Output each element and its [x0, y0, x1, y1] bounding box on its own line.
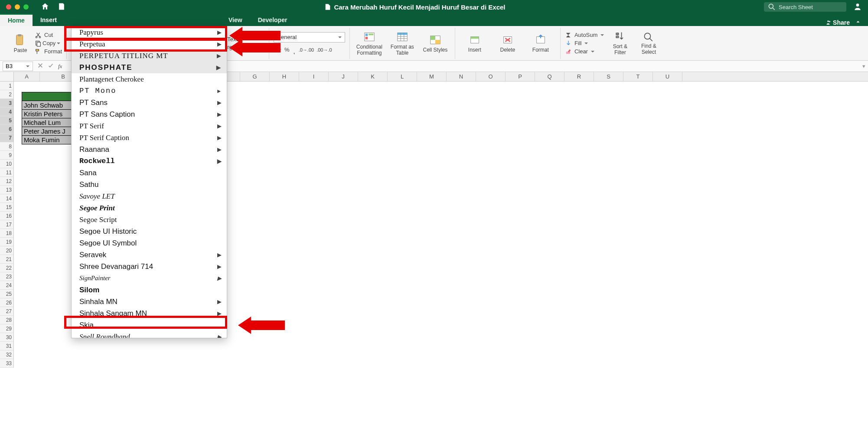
row-header[interactable]: 20 — [0, 246, 14, 255]
font-item[interactable]: Segoe UI Historic — [72, 226, 227, 237]
font-item[interactable]: PHOSPHATE▶ — [72, 62, 227, 73]
row-header[interactable]: 16 — [0, 212, 14, 220]
row-header[interactable]: 28 — [0, 316, 14, 324]
tab-home[interactable]: Home — [0, 14, 33, 26]
column-header[interactable]: L — [388, 72, 417, 81]
row-header[interactable]: 32 — [0, 350, 14, 359]
row-header[interactable]: 29 — [0, 324, 14, 333]
comma-button[interactable]: ͺ — [292, 45, 296, 55]
sort-filter-button[interactable]: AZ Sort & Filter — [607, 31, 633, 55]
save-icon[interactable] — [57, 2, 66, 12]
row-header[interactable]: 17 — [0, 220, 14, 229]
wrap-text-button[interactable]: Text — [227, 36, 264, 43]
enter-formula-icon[interactable] — [48, 62, 54, 70]
column-header[interactable]: P — [506, 72, 535, 81]
font-item[interactable]: Segoe Print — [72, 202, 227, 214]
font-item[interactable]: Shree Devanagari 714▶ — [72, 261, 227, 272]
row-header[interactable]: 21 — [0, 255, 14, 264]
row-header[interactable]: 19 — [0, 238, 14, 246]
column-header[interactable]: U — [653, 72, 682, 81]
expand-formula-bar-icon[interactable]: ▾ — [859, 63, 868, 69]
column-header[interactable]: N — [447, 72, 476, 81]
row-header[interactable]: 5 — [0, 116, 14, 125]
row-header[interactable]: 23 — [0, 272, 14, 281]
paste-button[interactable]: Paste — [9, 33, 32, 53]
search-sheet-input[interactable]: Search Sheet — [764, 2, 846, 12]
font-item[interactable]: Plantagenet Cherokee — [72, 73, 227, 85]
column-header[interactable]: A — [14, 72, 40, 81]
font-item[interactable]: Segoe Script — [72, 214, 227, 226]
font-item[interactable]: Sinhala MN▶ — [72, 296, 227, 307]
font-item[interactable]: PERPETUA TITLING MT▶ — [72, 50, 227, 62]
row-header[interactable]: 1 — [0, 82, 14, 90]
font-item[interactable]: Segoe UI Symbol — [72, 237, 227, 249]
row-header[interactable]: 14 — [0, 194, 14, 203]
column-header[interactable]: S — [594, 72, 623, 81]
increase-decimal-button[interactable]: .0→.00 — [299, 45, 314, 55]
font-item[interactable]: SignPainter▶ — [72, 272, 227, 284]
row-header[interactable]: 15 — [0, 203, 14, 212]
merge-center-button[interactable]: rge & Center — [227, 44, 264, 50]
tab-developer[interactable]: Developer — [250, 14, 295, 26]
name-box[interactable]: B3 — [3, 62, 33, 71]
number-format-dropdown[interactable]: General — [274, 32, 345, 43]
font-item[interactable]: Savoye LET — [72, 190, 227, 202]
format-cells-button[interactable]: Format — [525, 33, 556, 53]
font-item[interactable]: PT Serif▶ — [72, 120, 227, 132]
cell-styles-button[interactable]: Cell Styles — [420, 33, 450, 53]
row-header[interactable]: 13 — [0, 186, 14, 194]
row-header[interactable]: 9 — [0, 151, 14, 160]
currency-button[interactable]: $ — [274, 45, 282, 55]
home-icon[interactable] — [41, 2, 49, 12]
delete-cells-button[interactable]: Delete — [493, 33, 523, 53]
copy-button[interactable]: Copy — [35, 40, 62, 47]
tab-view[interactable]: View — [221, 14, 250, 26]
row-header[interactable]: 6 — [0, 125, 14, 134]
select-all-corner[interactable] — [0, 72, 14, 81]
font-item[interactable]: Papyrus▶ — [72, 26, 227, 38]
share-button[interactable]: Share — [825, 19, 850, 26]
font-item[interactable]: Sathu — [72, 179, 227, 190]
row-header[interactable]: 7 — [0, 134, 14, 142]
font-dropdown[interactable]: Papyrus▶Perpetua▶PERPETUA TITLING MT▶PHO… — [71, 26, 227, 338]
row-header[interactable]: 12 — [0, 177, 14, 186]
tab-insert[interactable]: Insert — [33, 14, 65, 26]
conditional-formatting-button[interactable]: Conditional Formatting — [354, 30, 385, 56]
autosum-button[interactable]: AutoSum — [565, 32, 604, 39]
row-header[interactable]: 27 — [0, 307, 14, 316]
font-item[interactable]: Sana — [72, 167, 227, 179]
column-header[interactable]: K — [358, 72, 388, 81]
percent-button[interactable]: % — [284, 45, 290, 55]
column-header[interactable]: H — [270, 72, 299, 81]
fx-icon[interactable]: fx — [58, 63, 62, 70]
clear-button[interactable]: Clear — [565, 48, 604, 55]
decrease-decimal-button[interactable]: .00→.0 — [317, 45, 332, 55]
collapse-ribbon-icon[interactable] — [855, 19, 861, 26]
font-item[interactable]: Skia — [72, 319, 227, 331]
close-window-button[interactable] — [6, 4, 11, 10]
font-item[interactable]: Raanana▶ — [72, 144, 227, 155]
row-header[interactable]: 10 — [0, 160, 14, 168]
cut-button[interactable]: Cut — [35, 32, 62, 39]
minimize-window-button[interactable] — [15, 4, 20, 10]
column-header[interactable]: G — [240, 72, 270, 81]
font-item[interactable]: PT Sans Caption▶ — [72, 108, 227, 120]
account-icon[interactable] — [853, 2, 862, 12]
font-item[interactable]: Rockwell▶ — [72, 155, 227, 167]
row-header[interactable]: 26 — [0, 298, 14, 307]
column-header[interactable]: M — [417, 72, 447, 81]
font-item[interactable]: Seravek▶ — [72, 249, 227, 261]
font-item[interactable]: PT Mono▶ — [72, 85, 227, 97]
format-as-table-button[interactable]: Format as Table — [387, 30, 418, 56]
row-header[interactable]: 3 — [0, 99, 14, 108]
row-header[interactable]: 30 — [0, 333, 14, 342]
row-header[interactable]: 2 — [0, 90, 14, 99]
row-header[interactable]: 22 — [0, 264, 14, 272]
format-painter-button[interactable]: Format — [35, 48, 62, 55]
font-item[interactable]: Snell Roundhand▶ — [72, 331, 227, 338]
row-header[interactable]: 31 — [0, 342, 14, 350]
fill-button[interactable]: Fill — [565, 40, 604, 47]
font-item[interactable]: Sinhala Sangam MN▶ — [72, 307, 227, 319]
cancel-formula-icon[interactable] — [37, 62, 43, 70]
column-header[interactable]: O — [476, 72, 506, 81]
